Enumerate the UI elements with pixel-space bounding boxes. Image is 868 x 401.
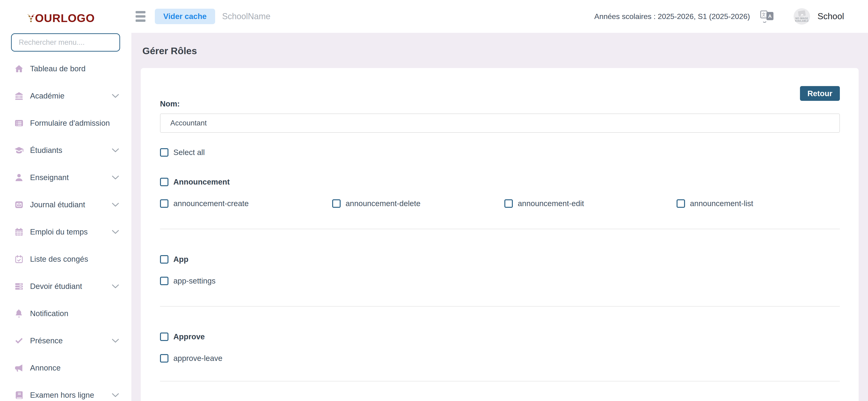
- sidebar-item-presence[interactable]: Présence: [0, 327, 131, 354]
- sidebar-item-label: Liste des congés: [30, 255, 88, 264]
- main-content: Gérer Rôles Retour Nom: Select all Annou…: [131, 33, 868, 401]
- section-divider: [160, 229, 840, 229]
- chevron-down-icon: [112, 338, 119, 343]
- checkbox-announcement-edit[interactable]: announcement-edit: [504, 199, 677, 208]
- sidebar-item-formulaire-admission[interactable]: Formulaire d'admission: [0, 109, 131, 137]
- calendar-check-icon: [14, 254, 24, 264]
- back-button[interactable]: Retour: [800, 86, 840, 101]
- translate-icon[interactable]: 文 A: [760, 10, 773, 23]
- clear-cache-button[interactable]: Vider cache: [155, 9, 215, 24]
- megaphone-icon: [14, 363, 24, 373]
- sidebar-item-label: Académie: [30, 92, 64, 100]
- sidebar-item-label: Formulaire d'admission: [30, 119, 110, 128]
- checkbox-announcement-list[interactable]: announcement-list: [677, 199, 849, 208]
- book-icon: [14, 390, 24, 400]
- no-image-icon: [798, 10, 806, 16]
- avatar[interactable]: NO IMAGEAVAILABLE: [794, 8, 810, 25]
- sidebar-item-label: Journal étudiant: [30, 200, 85, 209]
- permission-checkbox[interactable]: [160, 354, 168, 363]
- group-label: App: [174, 255, 188, 264]
- form-icon: [14, 118, 24, 128]
- group-label: Approve: [174, 333, 205, 341]
- envelope-icon: [14, 200, 24, 210]
- permission-label: announcement-delete: [346, 199, 421, 208]
- group-checkbox[interactable]: [160, 255, 168, 264]
- sidebar-item-annonce[interactable]: Annonce: [0, 354, 131, 381]
- permission-checkbox[interactable]: [160, 277, 168, 285]
- sidebar-item-academie[interactable]: Académie: [0, 82, 131, 109]
- check-icon: [14, 336, 24, 346]
- sidebar-item-label: Devoir étudiant: [30, 282, 82, 291]
- sidebar-item-label: Tableau de bord: [30, 64, 86, 73]
- section-divider: [160, 306, 840, 307]
- select-all-checkbox[interactable]: [160, 148, 168, 157]
- calendar-icon: [14, 227, 24, 237]
- permission-label: announcement-create: [174, 199, 249, 208]
- person-icon: [14, 173, 24, 182]
- select-all-checkbox-row[interactable]: Select all: [160, 148, 205, 157]
- sidebar-item-notification[interactable]: Notification: [0, 300, 131, 327]
- sidebar-item-tableau-de-bord[interactable]: Tableau de bord: [0, 55, 131, 82]
- chevron-down-icon: [112, 94, 119, 98]
- sidebar-item-emploi-du-temps[interactable]: Emploi du temps: [0, 218, 131, 245]
- checkbox-announcement-create[interactable]: announcement-create: [160, 199, 332, 208]
- sidebar: YOURLOGO Tableau de bord Académie Formul…: [0, 0, 131, 401]
- sidebar-item-examen-hors-ligne[interactable]: Examen hors ligne: [0, 381, 131, 401]
- sidebar-item-label: Notification: [30, 309, 68, 318]
- chevron-down-icon: [112, 230, 119, 234]
- checkbox-announcement-delete[interactable]: announcement-delete: [332, 199, 504, 208]
- sidebar-nav: Tableau de bord Académie Formulaire d'ad…: [0, 55, 131, 401]
- section-divider: [160, 381, 840, 381]
- chevron-down-icon: [112, 393, 119, 398]
- sidebar-item-journal-etudiant[interactable]: Journal étudiant: [0, 191, 131, 218]
- chevron-down-icon: [112, 284, 119, 289]
- checkbox-approve-leave[interactable]: approve-leave: [160, 354, 332, 363]
- topbar: Vider cache SchoolName Années scolaires …: [131, 0, 868, 33]
- chevron-down-icon: [112, 175, 119, 180]
- app-logo: YOURLOGO: [27, 12, 95, 25]
- school-name-text: SchoolName: [222, 11, 271, 21]
- sidebar-item-label: Emploi du temps: [30, 228, 88, 236]
- school-year-text: Années scolaires : 2025-2026, S1 (2025-2…: [594, 12, 750, 21]
- sidebar-item-etudiants[interactable]: Étudiants: [0, 137, 131, 164]
- group-checkbox[interactable]: [160, 333, 168, 341]
- sidebar-item-label: Présence: [30, 336, 63, 345]
- logo-letter-y: Y: [27, 12, 35, 24]
- chevron-down-icon: [112, 202, 119, 207]
- sidebar-item-devoir-etudiant[interactable]: Devoir étudiant: [0, 273, 131, 300]
- bell-icon: [14, 309, 24, 319]
- bank-icon: [14, 91, 24, 101]
- stacked-list-icon: [14, 281, 24, 291]
- no-image-text: NO IMAGEAVAILABLE: [795, 17, 809, 22]
- checkbox-app-settings[interactable]: app-settings: [160, 277, 332, 285]
- translate-arc: [762, 20, 767, 23]
- sidebar-item-label: Examen hors ligne: [30, 391, 94, 400]
- translate-front-glyph: A: [767, 12, 773, 20]
- group-label: Announcement: [174, 178, 230, 186]
- select-all-label: Select all: [174, 148, 205, 157]
- page-title: Gérer Rôles: [143, 45, 197, 57]
- graduation-cap-icon: [14, 145, 24, 155]
- permission-label: app-settings: [174, 277, 216, 285]
- group-checkbox[interactable]: [160, 178, 168, 186]
- checkbox-group-approve[interactable]: Approve: [160, 333, 205, 341]
- permission-checkbox[interactable]: [504, 199, 513, 208]
- search-input[interactable]: [11, 33, 120, 52]
- permission-label: announcement-edit: [518, 199, 584, 208]
- permission-checkbox[interactable]: [160, 199, 168, 208]
- logo-rest: OURLOGO: [35, 12, 95, 24]
- sidebar-item-enseignant[interactable]: Enseignant: [0, 164, 131, 191]
- checkbox-group-app[interactable]: App: [160, 255, 188, 264]
- sidebar-item-label: Enseignant: [30, 173, 69, 182]
- sidebar-item-label: Annonce: [30, 364, 61, 372]
- sidebar-item-liste-des-conges[interactable]: Liste des congés: [0, 245, 131, 273]
- name-label: Nom:: [160, 99, 180, 108]
- role-name-input[interactable]: [160, 113, 840, 133]
- hamburger-menu-icon[interactable]: [135, 11, 146, 22]
- checkbox-group-announcement[interactable]: Announcement: [160, 178, 230, 186]
- home-icon: [14, 64, 24, 74]
- permission-checkbox[interactable]: [332, 199, 341, 208]
- permission-checkbox[interactable]: [677, 199, 685, 208]
- chevron-down-icon: [112, 148, 119, 153]
- profile-name: School: [817, 11, 844, 21]
